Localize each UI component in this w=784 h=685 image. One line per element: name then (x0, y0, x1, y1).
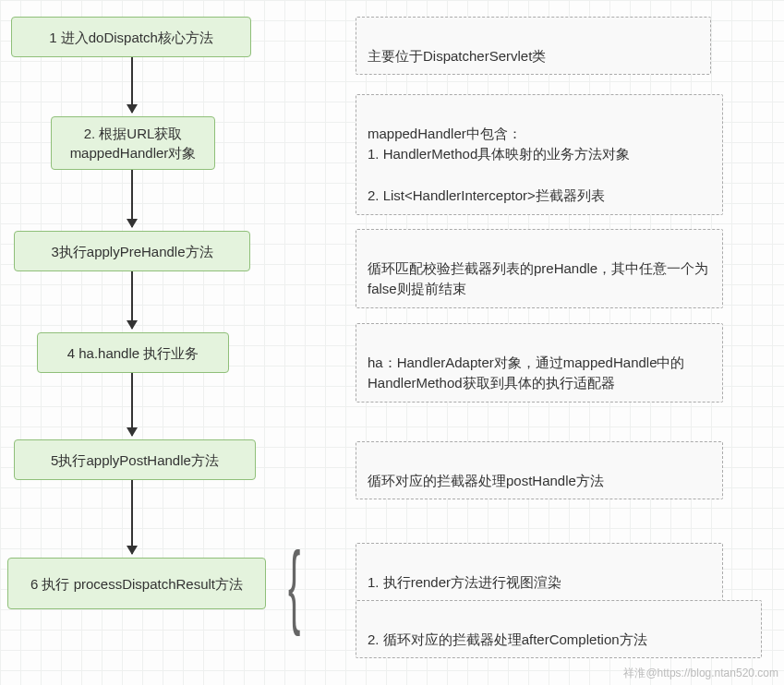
step-1-label: 1 进入doDispatch核心方法 (49, 28, 213, 47)
note-3-box: 循环匹配校验拦截器列表的preHandle，其中任意一个为false则提前结束 (356, 229, 723, 308)
arrow-3-4 (131, 271, 133, 329)
note-2-box: mappedHandler中包含： 1. HandlerMethod具体映射的业… (356, 94, 723, 215)
note-4-text: ha：HandlerAdapter对象，通过mappedHandle中的Hand… (368, 355, 685, 391)
step-6-label: 6 执行 processDispatchResult方法 (30, 574, 243, 594)
note-3-text: 循环匹配校验拦截器列表的preHandle，其中任意一个为false则提前结束 (368, 260, 708, 297)
note-6b-box: 2. 循环对应的拦截器处理afterCompletion方法 (356, 600, 762, 658)
step-1-box: 1 进入doDispatch核心方法 (11, 17, 251, 57)
step-5-label: 5执行applyPostHandle方法 (51, 451, 219, 470)
note-6a-box: 1. 执行render方法进行视图渲染 (356, 543, 723, 601)
arrow-4-5 (131, 373, 133, 436)
note-6b-text: 2. 循环对应的拦截器处理afterCompletion方法 (368, 631, 647, 647)
brace-icon: { (288, 538, 300, 631)
step-3-label: 3执行applyPreHandle方法 (51, 242, 212, 261)
note-1-box: 主要位于DispatcherServlet类 (356, 17, 711, 75)
arrow-1-2 (131, 57, 133, 113)
note-2-text: mappedHandler中包含： 1. HandlerMethod具体映射的业… (368, 126, 630, 204)
arrow-5-6 (131, 480, 133, 554)
note-1-text: 主要位于DispatcherServlet类 (368, 48, 546, 64)
step-4-label: 4 ha.handle 执行业务 (67, 343, 199, 363)
step-2-box: 2. 根据URL获取 mappedHandler对象 (51, 116, 215, 170)
step-3-box: 3执行applyPreHandle方法 (14, 231, 250, 271)
step-6-box: 6 执行 processDispatchResult方法 (7, 558, 266, 609)
note-5-text: 循环对应的拦截器处理postHandle方法 (368, 473, 604, 488)
step-5-box: 5执行applyPostHandle方法 (14, 439, 256, 480)
note-4-box: ha：HandlerAdapter对象，通过mappedHandle中的Hand… (356, 323, 723, 403)
note-6a-text: 1. 执行render方法进行视图渲染 (368, 574, 561, 590)
step-4-box: 4 ha.handle 执行业务 (37, 332, 229, 373)
step-2-label: 2. 根据URL获取 mappedHandler对象 (61, 124, 205, 162)
watermark-text: 祥淮@https://blog.ntan520.com (623, 666, 778, 681)
arrow-2-3 (131, 170, 133, 227)
note-5-box: 循环对应的拦截器处理postHandle方法 (356, 441, 723, 499)
